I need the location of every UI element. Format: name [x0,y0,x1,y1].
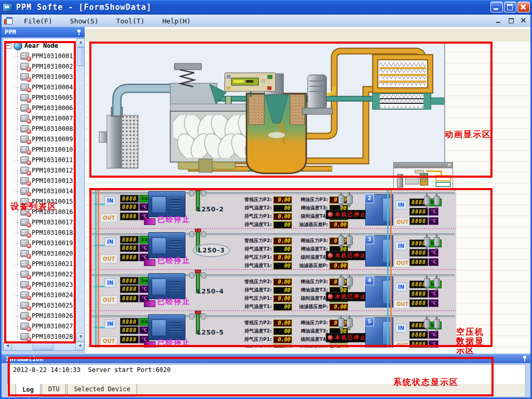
pin-icon[interactable] [76,29,82,36]
tree-item-label: PPM10310012 [32,167,73,174]
mdi-close-button[interactable] [520,17,528,24]
scroll-thumb[interactable] [33,342,54,350]
compressor-image[interactable] [148,273,185,299]
tree-connector [15,87,19,88]
tree-item-ppm10310014[interactable]: ×PPM10310014 [15,186,84,196]
device-icon: × [20,94,29,101]
device-icon: × [20,260,29,268]
compressor-image[interactable] [148,314,185,340]
tree-item-ppm10310002[interactable]: ×PPM10310002 [15,61,84,72]
tree-item-ppm10310022[interactable]: ×PPM10310022 [15,269,84,280]
tree-item-ppm10310012[interactable]: ×PPM10310012 [15,165,84,176]
tree-item-ppm10310004[interactable]: ×PPM10310004 [15,82,84,92]
dtu-cabinet[interactable]: 5 [365,317,393,348]
scroll-up-icon[interactable]: ▲ [76,38,85,47]
mdi-restore-button[interactable] [508,17,515,24]
lcd-group: 8888℃ [120,203,149,211]
tab-selected-device[interactable]: Selected Device [67,384,137,397]
lcd-display: 8888℃ [409,208,438,216]
device-icon: × [20,323,29,330]
collapse-icon[interactable] [6,43,11,49]
dtu-cabinet[interactable]: 4 [365,276,393,308]
tab-dtu[interactable]: DTU [42,384,66,397]
menu-show[interactable]: Show(S) [65,16,104,26]
tree-item-ppm10310017[interactable]: ×PPM10310017 [15,217,84,228]
lcd-digits: 8888 [409,258,428,266]
tree-item-label: PPM10310021 [32,260,73,268]
mdi-minimize-button[interactable] [495,17,503,24]
tree-item-ppm10310019[interactable]: ×PPM10310019 [15,238,84,248]
tree-item-ppm10310023[interactable]: ×PPM10310023 [15,280,84,290]
unit-celsius-label: ℃ [429,249,438,257]
tree-item-ppm10310007[interactable]: ×PPM10310007 [15,113,84,124]
tree-item-ppm10310003[interactable]: ×PPM10310003 [15,72,84,82]
tree-item-ppm10310020[interactable]: ×PPM10310020 [15,248,84,259]
device-icon: × [20,291,29,299]
menu-file[interactable]: File(F) [19,16,58,26]
scroll-down-icon[interactable]: ▼ [76,333,85,342]
filter-icon [423,193,430,209]
compressor-image[interactable] [148,232,185,258]
compressor-image[interactable] [148,191,185,217]
field-label: 排气压力P1: [240,254,272,261]
tree-item-ppm10310009[interactable]: ×PPM10310009 [15,134,84,144]
tree-item-ppm10310024[interactable]: ×PPM10310024 [15,290,84,300]
tab-log[interactable]: Log [16,384,41,397]
lcd-group: 8888℃ [120,244,149,252]
tree-horizontal-scrollbar[interactable]: ◀ ◀ [3,342,84,350]
thumbnail-close-icon[interactable]: × [447,162,451,168]
tree-root[interactable]: Aear Node [3,38,84,51]
mini-controller [415,170,424,174]
tree-item-ppm10310005[interactable]: ×PPM10310005 [15,92,84,103]
compressor-row-l250-5: IN8888bar8888℃OUT8888℃已经停止L250-5管线压力P2:0… [91,311,456,348]
restore-button[interactable] [504,2,516,12]
scroll-right-icon[interactable]: ◀ [75,342,84,351]
dtu-cabinet[interactable]: 2 [365,194,393,225]
filter-icon [346,192,352,208]
tree-item-ppm10310011[interactable]: ×PPM10310011 [15,155,84,165]
close-button[interactable] [517,2,530,12]
offline-badge-icon: × [26,171,31,176]
lcd-display: 8888bar [120,318,152,326]
tree-item-ppm10310028[interactable]: ×PPM10310028 [15,331,84,342]
device-icon: × [20,333,29,340]
minimize-button[interactable] [490,2,503,12]
out-label: OUT [394,341,411,348]
lcd-display: 8888℃ [409,249,438,257]
lcd-group: 8888bar [120,195,152,203]
mini-filter [397,174,403,188]
in-label: IN [395,242,407,250]
unit-celsius-label: ℃ [429,290,438,298]
tree-item-ppm10310001[interactable]: ×PPM10310001 [15,51,84,61]
field-value: 00 [273,246,292,253]
tree-item-ppm10310013[interactable]: ×PPM10310013 [15,176,84,186]
dtu-cabinet[interactable]: 3 [365,235,393,267]
tree-item-ppm10310025[interactable]: ×PPM10310025 [15,300,84,311]
device-icon: × [20,188,29,195]
scroll-left-icon[interactable]: ◀ [3,342,12,351]
tree-vertical-scrollbar[interactable]: ▲ ▼ [76,38,84,342]
in-label: IN [104,278,116,287]
tree-item-ppm10310026[interactable]: ×PPM10310026 [15,311,84,321]
tree-item-label: PPM10310024 [32,291,73,299]
tree-item-ppm10310021[interactable]: ×PPM10310021 [15,259,84,269]
unit-celsius-label: ℃ [429,258,438,266]
filter-icon [338,274,344,290]
scroll-thumb[interactable] [77,47,85,66]
tree-item-ppm10310006[interactable]: ×PPM10310006 [15,103,84,113]
lcd-digits: 8888 [120,254,139,261]
compressor-row-l250-3: IN8888bar8888℃OUT8888℃已经停止L250-3管线压力P2:0… [91,229,456,270]
lcd-digits: 8888 [120,336,139,343]
device-icon: × [20,229,29,236]
tree-item-ppm10310027[interactable]: ×PPM10310027 [15,321,84,331]
filter-icon [346,315,352,331]
menu-help[interactable]: Help(H) [157,16,196,26]
menu-tool[interactable]: Tool(T) [111,16,150,26]
pin-icon[interactable] [522,355,527,362]
offline-badge-icon: × [26,285,31,290]
pipe-horizontal-top [91,189,456,190]
tree-item-ppm10310018[interactable]: ×PPM10310018 [15,228,84,238]
tree-item-ppm10310010[interactable]: ×PPM10310010 [15,144,84,155]
tree-item-ppm10310008[interactable]: ×PPM10310008 [15,124,84,134]
tree-item-label: PPM10310013 [32,177,73,184]
